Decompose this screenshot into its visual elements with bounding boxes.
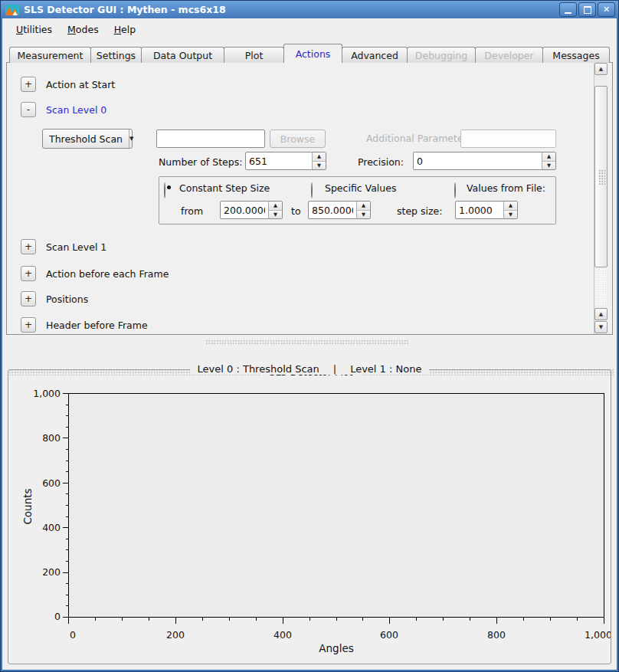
tab-advanced[interactable]: Advanced xyxy=(342,47,408,63)
title-bar[interactable]: SLS Detector GUI : Mythen - mcs6x18 ✕ xyxy=(1,1,618,18)
values-from-file-label[interactable]: Values from File: xyxy=(467,182,545,194)
section-scan-level-0-label: Scan Level 0 xyxy=(46,104,106,116)
to-stepper[interactable]: ▲▼ xyxy=(308,201,371,219)
scroll-down-button[interactable]: ▼ xyxy=(594,321,608,333)
xtick-label: 600 xyxy=(380,629,398,641)
section-action-at-start-label: Action at Start xyxy=(46,79,115,90)
tab-plot[interactable]: Plot xyxy=(224,47,284,63)
spin-up-icon[interactable]: ▲ xyxy=(269,202,282,211)
plot-area[interactable]: 1,000 800 600 400 200 0 0 200 400 600 80… xyxy=(8,379,611,657)
splitter-handle[interactable] xyxy=(205,339,408,346)
expand-header-before-frame-button[interactable]: + xyxy=(21,317,36,333)
chevron-down-icon: ▼ xyxy=(129,129,133,148)
tab-actions[interactable]: Actions xyxy=(283,44,342,63)
spin-up-icon[interactable]: ▲ xyxy=(357,202,370,211)
collapse-scan-level-0-button[interactable]: - xyxy=(21,102,36,117)
section-positions-label: Positions xyxy=(46,293,88,305)
spin-up-icon[interactable]: ▲ xyxy=(542,152,555,162)
number-of-steps-stepper[interactable]: ▲▼ xyxy=(245,152,326,170)
step-size-input[interactable] xyxy=(456,202,503,218)
precision-label: Precision: xyxy=(358,156,404,168)
menu-bar: Utilities Modes Help xyxy=(2,18,617,40)
menu-utilities[interactable]: Utilities xyxy=(11,21,57,38)
tab-developer: Developer xyxy=(475,47,543,63)
xtick-label: 1,000 xyxy=(585,629,611,641)
minimize-icon xyxy=(565,12,572,14)
expand-action-before-frame-button[interactable]: + xyxy=(21,266,36,281)
scrollbar-trough[interactable] xyxy=(595,267,607,306)
plot-groupbox: Level 0 : Threshold Scan | Level 1 : Non… xyxy=(8,369,611,664)
menu-modes[interactable]: Modes xyxy=(62,21,104,38)
minimize-button[interactable] xyxy=(559,2,577,17)
precision-input[interactable] xyxy=(414,152,542,169)
maximize-icon xyxy=(584,6,591,14)
x-axis-label: Angles xyxy=(319,642,353,654)
maximize-button[interactable] xyxy=(578,2,596,17)
ytick-label: 800 xyxy=(42,432,61,444)
constant-step-size-label[interactable]: Constant Step Size xyxy=(179,182,270,194)
from-label: from xyxy=(181,205,203,217)
scroll-up-button-bottom[interactable]: ▲ xyxy=(594,308,608,320)
plot-canvas-svg: 1,000 800 600 400 200 0 0 200 400 600 80… xyxy=(8,379,611,657)
to-input[interactable] xyxy=(309,202,356,218)
plot-canvas[interactable] xyxy=(69,394,604,618)
menu-help[interactable]: Help xyxy=(109,21,142,38)
spin-up-icon[interactable]: ▲ xyxy=(313,152,326,162)
expand-scan-level-1-button[interactable]: + xyxy=(21,239,36,254)
close-button[interactable]: ✕ xyxy=(598,2,615,17)
scan-mode-select[interactable]: Threshold Scan ▼ xyxy=(42,129,133,149)
spin-down-icon[interactable]: ▼ xyxy=(313,162,326,170)
plot-legend-separator: | xyxy=(333,363,336,375)
ytick-label: 200 xyxy=(42,566,61,578)
constant-step-size-radio[interactable] xyxy=(164,182,165,198)
number-of-steps-input[interactable] xyxy=(246,152,312,169)
tab-data-output[interactable]: Data Output xyxy=(141,47,224,63)
window-body: Utilities Modes Help Measurement Setting… xyxy=(2,18,617,670)
specific-values-label[interactable]: Specific Values xyxy=(325,182,396,194)
spin-up-icon[interactable]: ▲ xyxy=(504,202,517,211)
to-label: to xyxy=(291,205,301,217)
window-title: SLS Detector GUI : Mythen - mcs6x18 xyxy=(24,4,558,15)
from-stepper[interactable]: ▲▼ xyxy=(220,201,283,219)
vertical-scrollbar[interactable]: ▲ ▲ ▼ xyxy=(594,63,607,334)
from-input[interactable] xyxy=(221,202,268,218)
up-arrow-icon: ▲ xyxy=(599,311,603,317)
step-size-label: step size: xyxy=(397,205,442,217)
up-arrow-icon: ▲ xyxy=(599,66,603,72)
number-of-steps-label: Number of Steps: xyxy=(159,156,242,168)
precision-stepper[interactable]: ▲▼ xyxy=(413,152,556,170)
y-axis-label: Counts xyxy=(21,488,34,524)
scan-script-input[interactable] xyxy=(156,129,265,148)
xtick-label: 0 xyxy=(70,629,76,641)
tab-debugging: Debugging xyxy=(407,47,476,63)
ytick-label: 0 xyxy=(54,611,61,622)
ytick-label: 1,000 xyxy=(33,388,61,399)
actions-panel: + Action at Start - Scan Level 0 Thresho… xyxy=(6,62,613,335)
xtick-label: 400 xyxy=(273,629,292,641)
values-from-file-radio[interactable] xyxy=(454,182,456,198)
down-arrow-icon: ▼ xyxy=(599,324,603,330)
expand-action-at-start-button[interactable]: + xyxy=(21,77,36,92)
step-size-stepper[interactable]: ▲▼ xyxy=(455,201,518,219)
app-icon[interactable] xyxy=(5,5,19,15)
app-window: SLS Detector GUI : Mythen - mcs6x18 ✕ Ut… xyxy=(0,0,619,672)
tab-measurement[interactable]: Measurement xyxy=(9,47,91,63)
specific-values-radio[interactable] xyxy=(311,182,313,198)
spin-down-icon[interactable]: ▼ xyxy=(542,162,555,170)
close-icon: ✕ xyxy=(603,5,610,14)
spin-down-icon[interactable]: ▼ xyxy=(504,211,517,219)
tab-settings[interactable]: Settings xyxy=(90,47,142,63)
expand-positions-button[interactable]: + xyxy=(21,291,36,306)
spin-down-icon[interactable]: ▼ xyxy=(357,211,370,219)
tab-messages[interactable]: Messages xyxy=(542,47,610,63)
plot-title: Level 0 : Threshold Scan | Level 1 : Non… xyxy=(8,363,611,375)
ytick-label: 400 xyxy=(42,522,61,533)
xtick-label: 800 xyxy=(487,629,506,641)
section-action-before-frame-label: Action before each Frame xyxy=(46,268,169,280)
scroll-up-button[interactable]: ▲ xyxy=(594,63,608,75)
scrollbar-thumb[interactable] xyxy=(594,86,608,267)
spin-down-icon[interactable]: ▼ xyxy=(269,211,282,219)
section-scan-level-1-label: Scan Level 1 xyxy=(46,241,106,253)
scan-mode-value: Threshold Scan xyxy=(43,133,129,145)
plot-legend-level0: Level 0 : Threshold Scan xyxy=(198,363,319,375)
